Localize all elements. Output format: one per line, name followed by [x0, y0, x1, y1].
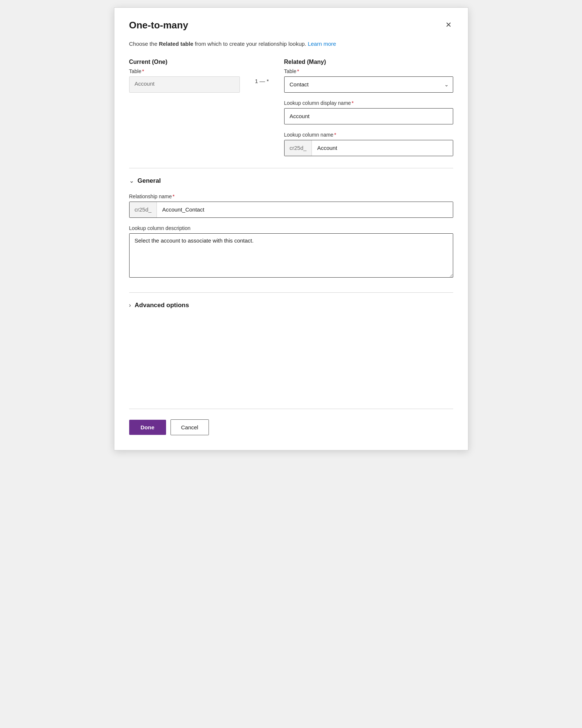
connector-text: 1 — * [255, 78, 269, 84]
general-toggle[interactable]: ⌄ General [129, 177, 453, 185]
lookup-display-label: Lookup column display name* [284, 100, 453, 106]
lookup-name-required-star: * [334, 132, 336, 138]
lookup-name-prefix-wrapper: cr25d_ [284, 140, 453, 156]
cancel-button[interactable]: Cancel [171, 419, 209, 435]
connector-column: 1 — * [240, 59, 284, 84]
lookup-display-group [284, 108, 453, 124]
related-table-select[interactable]: Contact Account Lead Opportunity [284, 76, 453, 93]
relationship-name-label: Relationship name* [129, 193, 453, 199]
lookup-name-input[interactable] [312, 140, 452, 156]
lookup-name-prefix: cr25d_ [285, 140, 312, 156]
divider-1 [129, 168, 453, 168]
related-many-column: Related (Many) Table* Contact Account Le… [284, 59, 453, 156]
current-one-column: Current (One) Table* Account [129, 59, 240, 93]
lookup-name-label: Lookup column name* [284, 132, 453, 138]
divider-2 [129, 292, 453, 293]
related-table-select-wrapper: Contact Account Lead Opportunity ⌄ [284, 76, 453, 93]
advanced-section: › Advanced options [129, 302, 453, 318]
footer-divider [129, 409, 453, 409]
lookup-display-input[interactable] [284, 108, 453, 124]
description-text-before: Choose the [129, 41, 159, 47]
current-table-required-star: * [142, 68, 144, 74]
description-text-after: from which to create your relationship l… [193, 41, 306, 47]
general-section: ⌄ General Relationship name* cr25d_ Look… [129, 177, 453, 286]
description: Choose the Related table from which to c… [129, 40, 453, 48]
description-bold: Related table [159, 41, 193, 47]
lookup-display-required-star: * [352, 100, 354, 106]
close-button[interactable]: ✕ [444, 20, 453, 30]
general-toggle-label: General [138, 177, 161, 185]
relationship-name-prefix-wrapper: cr25d_ [129, 202, 453, 218]
lookup-description-group: Lookup column description [129, 225, 453, 279]
dialog-header: One-to-many ✕ [129, 20, 453, 31]
advanced-toggle-label: Advanced options [135, 302, 189, 309]
relationship-name-required-star: * [172, 193, 174, 199]
related-table-required-star: * [297, 68, 299, 74]
dialog-title: One-to-many [129, 20, 188, 31]
learn-more-link[interactable]: Learn more [308, 41, 336, 47]
relationship-name-input[interactable] [157, 202, 452, 217]
advanced-toggle[interactable]: › Advanced options [129, 302, 453, 309]
relationship-name-prefix: cr25d_ [130, 202, 157, 217]
chevron-down-icon: ⌄ [129, 177, 134, 184]
done-button[interactable]: Done [129, 420, 166, 435]
current-section-title: Current (One) [129, 59, 240, 65]
connector-line: 1 — * [255, 78, 269, 84]
dialog: One-to-many ✕ Choose the Related table f… [114, 7, 468, 450]
table-columns-row: Current (One) Table* Account 1 — * Relat… [129, 59, 453, 156]
current-table-value: Account [129, 76, 240, 93]
relationship-name-group: Relationship name* cr25d_ [129, 193, 453, 218]
chevron-right-icon: › [129, 302, 131, 309]
related-table-label: Table* [284, 68, 453, 74]
footer-buttons: Done Cancel [129, 419, 453, 435]
lookup-description-label: Lookup column description [129, 225, 453, 231]
current-table-label: Table* [129, 68, 240, 74]
lookup-description-textarea[interactable] [129, 233, 453, 278]
related-section-title: Related (Many) [284, 59, 453, 65]
